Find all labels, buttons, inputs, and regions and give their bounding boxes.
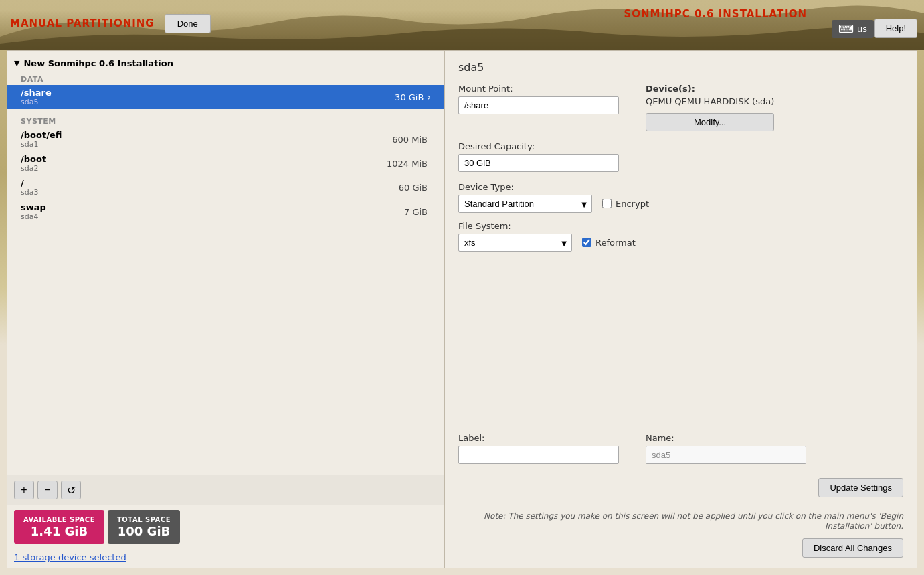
size-swap: 7 GiB <box>404 207 428 217</box>
reformat-label[interactable]: Reformat <box>595 238 636 248</box>
device-type-group: Device Type: Standard Partition LVM LVM … <box>458 182 592 213</box>
size-bootefi: 600 MiB <box>392 135 428 145</box>
done-button[interactable]: Done <box>165 14 211 33</box>
storage-device-area: 1 storage device selected <box>7 549 444 568</box>
device-type-row: Device Type: Standard Partition LVM LVM … <box>458 182 903 213</box>
device-type-select[interactable]: Standard Partition LVM LVM Thin Provisio… <box>458 195 592 213</box>
encrypt-label[interactable]: Encrypt <box>616 199 649 209</box>
device-label-sda5: sda5 <box>21 98 395 106</box>
available-value: 1.41 GiB <box>23 524 95 538</box>
mount-point-label: Mount Point: <box>458 84 619 94</box>
installation-group-label: New Sonmihpc 0.6 Installation <box>23 58 173 68</box>
name-input[interactable] <box>646 446 806 464</box>
device-label-sda1: sda1 <box>21 140 392 149</box>
label-name-row: Label: Name: <box>458 433 903 464</box>
partition-tree: ▼ New Sonmihpc 0.6 Installation DATA /sh… <box>7 51 444 475</box>
note-area: Note: The settings you make on this scre… <box>458 511 903 531</box>
desired-capacity-group: Desired Capacity: <box>458 141 903 172</box>
filesystem-row: File System: xfs ext4 ext3 ext2 vfat swa… <box>458 221 903 252</box>
mount-point-root: / <box>21 178 399 188</box>
space-indicators: AVAILABLE SPACE 1.41 GiB TOTAL SPACE 100… <box>7 505 444 549</box>
device-label-sda4: sda4 <box>21 212 404 221</box>
size-share: 30 GiB <box>395 92 424 102</box>
filesystem-label: File System: <box>458 221 572 231</box>
mount-point-input[interactable] <box>458 96 619 114</box>
discard-changes-button[interactable]: Discard All Changes <box>802 538 903 558</box>
mount-point-bootefi: /boot/efi <box>21 130 392 140</box>
device-label-sda2: sda2 <box>21 164 387 173</box>
devices-group: Device(s): QEMU QEMU HARDDISK (sda) Modi… <box>646 84 774 131</box>
title-left: MANUAL PARTITIONING <box>10 17 155 29</box>
right-panel: sda5 Mount Point: Device(s): QEMU QEMU H… <box>445 50 917 568</box>
mount-devices-row: Mount Point: Device(s): QEMU QEMU HARDDI… <box>458 84 903 131</box>
update-settings-area: Update Settings <box>818 478 903 497</box>
available-label: AVAILABLE SPACE <box>23 516 95 523</box>
filesystem-select-wrapper: xfs ext4 ext3 ext2 vfat swap ▼ <box>458 234 572 252</box>
left-panel: ▼ New Sonmihpc 0.6 Installation DATA /sh… <box>7 50 445 568</box>
mount-point-boot: /boot <box>21 154 387 164</box>
keyboard-layout: us <box>857 24 867 34</box>
device-type-label: Device Type: <box>458 182 592 192</box>
chevron-share: › <box>427 92 431 102</box>
title-right: SONMIHPC 0.6 INSTALLATION <box>624 8 807 20</box>
desired-capacity-input[interactable] <box>458 154 619 172</box>
data-section-label: DATA <box>7 72 444 85</box>
name-label: Name: <box>646 433 806 443</box>
size-root: 60 GiB <box>399 183 428 193</box>
installation-group-header[interactable]: ▼ New Sonmihpc 0.6 Installation <box>7 54 444 72</box>
bottom-toolbar: + − ↺ <box>7 475 444 505</box>
mount-point-swap: swap <box>21 202 404 212</box>
update-settings-button[interactable]: Update Settings <box>818 478 903 497</box>
total-value: 100 GiB <box>117 524 171 538</box>
filesystem-select[interactable]: xfs ext4 ext3 ext2 vfat swap <box>458 234 572 252</box>
mount-point-group: Mount Point: <box>458 84 619 114</box>
name-group: Name: <box>646 433 806 464</box>
label-input[interactable] <box>458 446 619 464</box>
partition-item-boot[interactable]: /boot sda2 1024 MiB <box>7 151 444 175</box>
tree-arrow: ▼ <box>14 59 19 68</box>
keyboard-widget[interactable]: ⌨ us <box>832 20 874 38</box>
devices-label: Device(s): <box>646 84 774 94</box>
modify-button[interactable]: Modify... <box>646 113 774 131</box>
add-partition-button[interactable]: + <box>14 481 34 499</box>
partition-item-bootefi[interactable]: /boot/efi sda1 600 MiB <box>7 127 444 151</box>
device-name: QEMU QEMU HARDDISK (sda) <box>646 96 774 106</box>
device-label-sda3: sda3 <box>21 188 399 197</box>
filesystem-group: File System: xfs ext4 ext3 ext2 vfat swa… <box>458 221 572 252</box>
total-space-box: TOTAL SPACE 100 GiB <box>108 510 180 544</box>
reformat-checkbox-group: Reformat <box>582 238 636 248</box>
refresh-button[interactable]: ↺ <box>61 481 81 499</box>
desired-capacity-label: Desired Capacity: <box>458 141 903 151</box>
note-text: Note: The settings you make on this scre… <box>484 511 903 531</box>
label-group: Label: <box>458 433 619 464</box>
mount-point-share: /share <box>21 88 395 98</box>
partition-title: sda5 <box>458 61 903 74</box>
partition-item-swap[interactable]: swap sda4 7 GiB <box>7 199 444 224</box>
system-section-label: SYSTEM <box>7 114 444 127</box>
partition-item-share[interactable]: /share sda5 30 GiB › <box>7 85 444 109</box>
total-label: TOTAL SPACE <box>117 516 171 523</box>
remove-partition-button[interactable]: − <box>37 481 58 499</box>
reformat-checkbox[interactable] <box>582 238 591 247</box>
storage-device-link[interactable]: 1 storage device selected <box>14 552 126 562</box>
available-space-box: AVAILABLE SPACE 1.41 GiB <box>14 510 104 544</box>
help-button[interactable]: Help! <box>874 19 917 38</box>
encrypt-checkbox-group: Encrypt <box>602 199 649 209</box>
label-label: Label: <box>458 433 619 443</box>
top-bar: MANUAL PARTITIONING Done <box>0 0 924 47</box>
partition-item-root[interactable]: / sda3 60 GiB <box>7 175 444 199</box>
encrypt-checkbox[interactable] <box>602 199 612 208</box>
device-type-select-wrapper: Standard Partition LVM LVM Thin Provisio… <box>458 195 592 213</box>
size-boot: 1024 MiB <box>387 159 428 169</box>
keyboard-icon: ⌨ <box>838 23 854 35</box>
